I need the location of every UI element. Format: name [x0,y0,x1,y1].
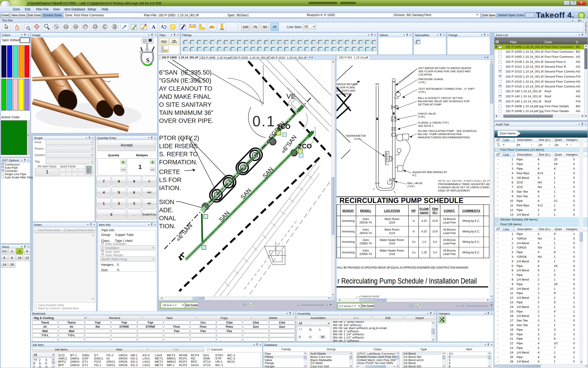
svg-text:Lead Free: Lead Free [443,231,456,235]
svg-text:Water Heater Room: Water Heater Room [380,239,404,242]
svg-text:S: S [146,57,149,64]
svg-text:IATION.: IATION. [159,184,181,192]
svg-text:O SITE SANITARY: O SITE SANITARY [159,101,212,108]
svg-text:All Bronze: All Bronze [443,218,456,221]
svg-text:FLOOR PLANS: FLOOR PLANS [336,86,355,89]
svg-text:⅒: ⅒ [412,240,416,243]
svg-text:FLANGED VALVE SET OF UNION CON: FLANGED VALVE SET OF UNION CONNE [438,186,489,189]
svg-text:10.8: 10.8 [432,230,438,233]
svg-text:⅛: ⅛ [412,219,415,222]
svg-text:FLOW: FLOW [420,207,429,211]
svg-text:1.0: 1.0 [422,240,426,243]
svg-text:Armstrong: Armstrong [342,240,354,243]
svg-text:RECIRCULATING PUMP SCHEDULE: RECIRCULATING PUMP SCHEDULE [340,197,464,205]
svg-text:Armstrong: Armstrong [342,219,354,222]
svg-text:Wiring by E.C.: Wiring by E.C. [463,230,480,233]
svg-text:SETTING AT PUMP: SETTING AT PUMP [418,103,442,106]
svg-text:NOTE: ALL RECIRC. PUMPS SHALL: NOTE: ALL RECIRC. PUMPS SHALL BE PR [438,180,490,182]
svg-text:Wiring by E.C.: Wiring by E.C. [463,219,480,222]
svg-text:HALL BE PROVIDED AS SPECIFIED: HALL BE PROVIDED AS SPECIFIED ABOVE OR E… [337,266,469,269]
svg-text:225BS-TA: 225BS-TA [360,252,372,256]
svg-text:VE: VE [286,92,296,100]
svg-text:4.20: 4.20 [421,219,427,222]
svg-text:Water Heater Room: Water Heater Room [380,249,404,252]
svg-text:SEE FLOOR PLANS FOR LINE SIZES: SEE FLOOR PLANS FOR LINE SIZES AND [418,70,470,73]
svg-text:All Bronze: All Bronze [443,239,456,242]
svg-text:2CO: 2CO [298,142,312,150]
svg-text:FLANGE or UNION (TYP.): FLANGE or UNION (TYP.) [418,121,449,124]
svg-text:ADE.: ADE. [159,207,174,214]
svg-text:MANUFACTURERS RECOMMENDATIONS.: MANUFACTURERS RECOMMENDATIONS. [418,136,471,139]
svg-text:All Bronze: All Bronze [443,228,456,231]
svg-text:CHECK VALVE: CHECK VALVE [418,112,436,115]
svg-text:AND MAKE FINAL: AND MAKE FINAL [159,93,211,100]
svg-text:250SS-TA: 250SS-TA [360,231,372,235]
svg-text:HP: HP [412,209,416,212]
svg-text:Astro: Astro [362,239,369,242]
svg-text:AY CLEANOUT TO: AY CLEANOUT TO [159,85,212,92]
svg-text:Astro: Astro [362,249,369,252]
svg-text:OVER OVER PIPE.: OVER OVER PIPE. [159,117,214,124]
svg-text:Lead Free: Lead Free [443,252,456,256]
svg-text:LOCATION.: LOCATION. [418,73,432,76]
svg-text:5.4: 5.4 [433,240,437,243]
svg-text:"GSAN (IE:395.50): "GSAN (IE:395.50) [159,77,211,84]
svg-text:IN-LINE CIRCULATING PUMP - SEE: IN-LINE CIRCULATING PUMP - SEE SCHEDULE [418,129,477,132]
svg-text:4" DOMESTIC WATER: 4" DOMESTIC WATER [359,295,379,298]
svg-text:A: A [151,24,156,30]
svg-text:Wiring by E.C.: Wiring by E.C. [463,251,480,254]
svg-text:INE SIZES AND: INE SIZES AND [336,89,355,92]
svg-text:2124: 2124 [389,231,395,235]
svg-text:TEST INSTRUMENT CONNECTION - ½: TEST INSTRUMENT CONNECTION - ½" FNPT [418,87,475,90]
svg-text:1.25: 1.25 [421,251,427,254]
svg-text:225BS-TA: 225BS-TA [360,242,372,245]
svg-text:250SS-TA: 250SS-TA [360,221,372,224]
svg-text:Astro: Astro [362,218,369,221]
svg-text:Lead Free: Lead Free [443,242,456,245]
svg-text:Astro: Astro [362,228,369,231]
svg-text:BALL VALVE: BALL VALVE [407,182,423,184]
svg-text:Wiring by E.C.: Wiring by E.C. [463,240,480,243]
svg-text:PROGRAMMABLE TIMER, AQUASTAT,: PROGRAMMABLE TIMER, AQUASTAT, AN [438,183,490,185]
svg-text:BELOW. PUMP ORIENTATION PER: BELOW. PUMP ORIENTATION PER [418,133,462,136]
svg-text:⅒: ⅒ [412,251,416,254]
svg-text:(TYP.): (TYP.) [418,91,426,93]
svg-text:4.20: 4.20 [421,230,427,233]
svg-text:COMMENTS: COMMENTS [462,209,480,212]
svg-text:ONAL: ONAL [159,215,176,222]
svg-text:1016: 1016 [389,242,395,245]
svg-text:Armstrong: Armstrong [342,230,354,233]
svg-text:BELL & GOSSETT CIRCUIT SETTER: BELL & GOSSETT CIRCUIT SETTER [418,97,463,99]
svg-text:TION.: TION. [159,223,176,230]
svg-text:(TYP.): (TYP.) [407,185,415,188]
svg-text:Armstrong: Armstrong [342,251,354,254]
svg-text:S. REFER TO: S. REFER TO [159,151,198,158]
svg-text:LS FOR: LS FOR [159,176,182,184]
svg-text:LOCATION.: LOCATION. [338,92,352,95]
svg-text:HOT WATER RETURN TO WATER HEAT: HOT WATER RETURN TO WATER HEATER [418,67,471,70]
svg-text:MANUF.: MANUF. [342,209,354,212]
svg-text:A: A [161,24,164,29]
svg-text:LOCATION: LOCATION [384,209,400,212]
svg-text:(gpm): (gpm) [420,211,429,214]
svg-text:PTOR (QTY.2): PTOR (QTY.2) [159,135,199,142]
svg-text:(TYP.): (TYP.) [418,116,425,118]
svg-text:CRETE: CRETE [159,168,180,175]
svg-text:FORMATION.: FORMATION. [159,159,197,166]
svg-text:SEE NOTE 1: SEE NOTE 1 [418,125,434,127]
svg-text:(TYP.): (TYP.) [354,138,361,140]
svg-text:TAIN MINIMUM 36": TAIN MINIMUM 36" [159,109,213,116]
svg-text:THERMOMETER: THERMOMETER [345,134,366,137]
svg-text:MODEL: MODEL [360,209,371,212]
svg-text:WATER RETURN: WATER RETURN [336,83,358,86]
svg-text:⅛: ⅛ [412,230,415,233]
svg-text:BALANCING VALVE SEE SCHEDULE F: BALANCING VALVE SEE SCHEDULE FOR [418,100,470,103]
svg-text:Mech Room: Mech Room [385,218,400,221]
svg-text:1016: 1016 [389,252,395,256]
svg-text:(ft.): (ft.) [432,211,438,214]
svg-text:P.C.: P.C. [412,174,417,177]
svg-text:10.8: 10.8 [432,219,438,222]
svg-text:PRESSURE GUAGE: PRESSURE GUAGE [418,78,443,81]
svg-text:TDH: TDH [432,207,438,211]
svg-text:3.4: 3.4 [433,251,437,254]
